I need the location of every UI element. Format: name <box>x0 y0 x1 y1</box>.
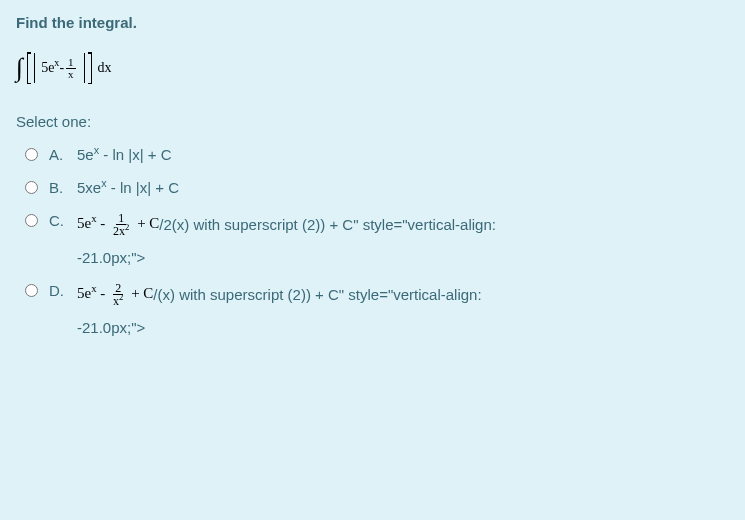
option-b[interactable]: B. 5xex - ln |x| + C <box>16 179 729 196</box>
option-d-body: 5ex - 2 x2 + C /(x) with superscript (2)… <box>77 282 482 336</box>
select-one-label: Select one: <box>16 113 729 130</box>
option-c-body: 5ex - 1 2x2 + C /2(x) with superscript (… <box>77 212 496 266</box>
option-a-radio[interactable] <box>25 148 38 161</box>
option-a-body: 5ex - ln |x| + C <box>77 146 172 163</box>
integral-expression: ∫ 5ex - 1 x dx <box>16 53 729 83</box>
question-text: Find the integral. <box>16 14 729 31</box>
integrand: 5ex - 1 x <box>39 53 79 83</box>
option-b-body: 5xex - ln |x| + C <box>77 179 179 196</box>
option-d-radio[interactable] <box>25 284 38 297</box>
left-bracket <box>27 53 35 83</box>
option-c-line2: -21.0px;"> <box>77 249 496 266</box>
fraction-den: x <box>66 69 76 80</box>
option-d-line2: -21.0px;"> <box>77 319 482 336</box>
option-a[interactable]: A. 5ex - ln |x| + C <box>16 146 729 163</box>
fraction-num: 1 <box>66 57 76 69</box>
option-d-expr: 5ex - 2 x2 + C <box>77 282 153 307</box>
minus-sign: - <box>59 60 64 76</box>
integrand-main: 5ex <box>41 60 59 76</box>
option-c-label: C. <box>49 212 69 229</box>
option-b-radio[interactable] <box>25 181 38 194</box>
option-c-tail: /2(x) with superscript (2)) + C" style="… <box>159 216 496 233</box>
fraction: 1 x <box>66 57 76 80</box>
option-a-label: A. <box>49 146 69 163</box>
option-c[interactable]: C. 5ex - 1 2x2 + C /2(x) with superscrip… <box>16 212 729 266</box>
option-b-label: B. <box>49 179 69 196</box>
integral-sign: ∫ <box>16 55 23 81</box>
right-bracket <box>84 53 92 83</box>
option-c-expr: 5ex - 1 2x2 + C <box>77 212 159 237</box>
option-d-tail: /(x) with superscript (2)) + C" style="v… <box>153 286 481 303</box>
dx-text: dx <box>98 60 112 76</box>
option-c-radio[interactable] <box>25 214 38 227</box>
option-d[interactable]: D. 5ex - 2 x2 + C /(x) with superscript … <box>16 282 729 336</box>
option-d-label: D. <box>49 282 69 299</box>
